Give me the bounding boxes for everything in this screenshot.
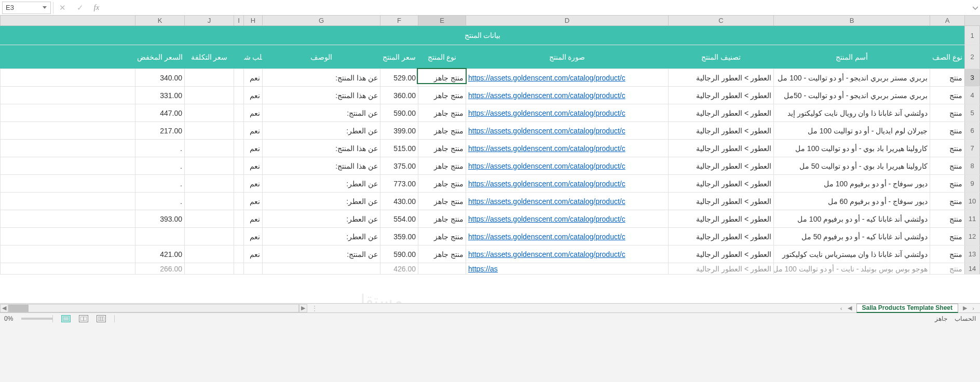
cell-C[interactable]: العطور > العطور الرجالية bbox=[668, 263, 773, 274]
cell-G[interactable]: عن المنتج: bbox=[262, 104, 380, 121]
cell-B[interactable]: دولتشي آند غابانا ذا وان ميسترياس نايت ك… bbox=[773, 245, 930, 263]
row-header[interactable]: 13 bbox=[964, 245, 980, 263]
cell-J[interactable] bbox=[184, 193, 234, 210]
cell-F[interactable]: 399.00 bbox=[380, 122, 418, 139]
cell-K[interactable]: . bbox=[135, 140, 184, 157]
cell-K[interactable]: . bbox=[135, 193, 184, 210]
cell-I[interactable] bbox=[234, 157, 243, 174]
hdr-B[interactable]: أسم المنتج bbox=[773, 45, 930, 69]
hscroll-right-icon[interactable]: ▶ bbox=[299, 304, 307, 312]
cell-J[interactable] bbox=[184, 245, 234, 263]
cell-F[interactable]: 426.00 bbox=[380, 263, 418, 274]
cell-E[interactable]: منتج جاهز bbox=[418, 210, 466, 227]
link[interactable]: https://assets.goldenscent.com/catalog/p… bbox=[468, 127, 625, 135]
link[interactable]: https://assets.goldenscent.com/catalog/p… bbox=[468, 144, 625, 153]
cell-F[interactable]: 529.00 bbox=[380, 69, 418, 86]
view-normal-icon[interactable] bbox=[61, 315, 71, 322]
row-header-1[interactable]: 1 bbox=[964, 26, 980, 45]
link[interactable]: https://assets.goldenscent.com/catalog/p… bbox=[468, 162, 625, 170]
name-box[interactable]: E3 bbox=[2, 2, 51, 14]
cell-K[interactable]: 331.00 bbox=[135, 87, 184, 104]
cell-A[interactable]: منتج bbox=[930, 245, 964, 263]
hdr-A[interactable]: نوع الصف bbox=[930, 45, 964, 69]
cell-J[interactable] bbox=[184, 69, 234, 86]
cell-F[interactable]: 554.00 bbox=[380, 210, 418, 227]
fx-icon[interactable]: fx bbox=[89, 1, 104, 15]
merged-title[interactable]: بيانات المنتج bbox=[0, 26, 964, 45]
sheet-grid[interactable]: 1 بيانات المنتج 2 نوع الصف أسم المنتج تص… bbox=[0, 26, 980, 303]
cell-C[interactable]: العطور > العطور الرجالية bbox=[668, 87, 773, 104]
hscroll-track[interactable] bbox=[8, 304, 299, 312]
cell-A[interactable]: منتج bbox=[930, 193, 964, 210]
cell-G[interactable]: عن هذا المنتج: bbox=[262, 69, 380, 86]
cell-E[interactable]: منتج جاهز bbox=[418, 193, 466, 210]
cell-E[interactable]: منتج جاهز bbox=[418, 104, 466, 121]
cell-D[interactable]: https://assets.goldenscent.com/catalog/p… bbox=[466, 175, 668, 192]
cell-J[interactable] bbox=[184, 210, 234, 227]
tab-last-icon[interactable]: ▶ bbox=[961, 305, 969, 312]
cell-C[interactable]: العطور > العطور الرجالية bbox=[668, 69, 773, 86]
cell-G[interactable]: عن المنتج: bbox=[262, 245, 380, 263]
cell-K[interactable]: 217.00 bbox=[135, 122, 184, 139]
link[interactable]: https://assets.goldenscent.com/catalog/p… bbox=[468, 91, 625, 100]
cell-B[interactable]: ديور سوفاج - أو دو برفيوم 100 مل bbox=[773, 175, 930, 192]
cell-I[interactable] bbox=[234, 245, 243, 263]
cell-A[interactable]: منتج bbox=[930, 104, 964, 121]
cell-H[interactable]: نعم bbox=[243, 245, 262, 263]
cell-I[interactable] bbox=[234, 122, 243, 139]
cell-J[interactable] bbox=[184, 228, 234, 245]
cell-F[interactable]: 360.00 bbox=[380, 87, 418, 104]
cell-H[interactable]: نعم bbox=[243, 228, 262, 245]
cell-K[interactable]: 447.00 bbox=[135, 104, 184, 121]
col-header-H[interactable]: H bbox=[243, 16, 262, 25]
cell-H[interactable]: نعم bbox=[243, 104, 262, 121]
cell-I[interactable] bbox=[234, 228, 243, 245]
col-header-I[interactable]: I bbox=[234, 16, 243, 25]
cell-G[interactable]: عن العطر: bbox=[262, 122, 380, 139]
link[interactable]: https://assets.goldenscent.com/catalog/p… bbox=[468, 74, 625, 82]
link[interactable]: https://assets.goldenscent.com/catalog/p… bbox=[468, 197, 625, 206]
cell-H[interactable]: نعم bbox=[243, 157, 262, 174]
cell-F[interactable]: 359.00 bbox=[380, 228, 418, 245]
cell-E[interactable]: منتج جاهز bbox=[418, 175, 466, 192]
link[interactable]: https://assets.goldenscent.com/catalog/p… bbox=[468, 250, 625, 258]
col-header-B[interactable]: B bbox=[773, 16, 930, 25]
view-page-layout-icon[interactable] bbox=[79, 315, 88, 322]
cell-E[interactable]: منتج جاهز bbox=[418, 140, 466, 157]
cell-A[interactable]: منتج bbox=[930, 122, 964, 139]
sheet-tab[interactable]: Salla Products Template Sheet bbox=[856, 304, 959, 313]
cell-C[interactable]: العطور > العطور الرجالية bbox=[668, 193, 773, 210]
cell-C[interactable]: العطور > العطور الرجالية bbox=[668, 210, 773, 227]
row-header[interactable]: 9 bbox=[964, 175, 980, 192]
col-header-K[interactable]: K bbox=[135, 16, 184, 25]
cell-C[interactable]: العطور > العطور الرجالية bbox=[668, 140, 773, 157]
row-header[interactable]: 10 bbox=[964, 193, 980, 210]
cell-C[interactable]: العطور > العطور الرجالية bbox=[668, 157, 773, 174]
cell-D[interactable]: https://assets.goldenscent.com/catalog/p… bbox=[466, 104, 668, 121]
row-header[interactable]: 7 bbox=[964, 140, 980, 157]
cell-J[interactable] bbox=[184, 122, 234, 139]
cell-G[interactable]: عن هذا المنتج: bbox=[262, 157, 380, 174]
col-header-E[interactable]: E bbox=[418, 16, 466, 25]
cell-J[interactable] bbox=[184, 87, 234, 104]
cell-C[interactable]: العطور > العطور الرجالية bbox=[668, 228, 773, 245]
tab-next-icon[interactable]: › bbox=[970, 305, 977, 312]
col-header-A[interactable]: A bbox=[930, 16, 964, 25]
cell-C[interactable]: العطور > العطور الرجالية bbox=[668, 245, 773, 263]
cell-K[interactable]: 340.00 bbox=[135, 69, 184, 86]
link[interactable]: https://assets.goldenscent.com/catalog/p… bbox=[468, 180, 625, 188]
col-header-rest[interactable] bbox=[0, 16, 135, 25]
hdr-J[interactable]: سعر التكلفة bbox=[184, 45, 234, 69]
cell-J[interactable] bbox=[184, 263, 234, 274]
cell-C[interactable]: العطور > العطور الرجالية bbox=[668, 122, 773, 139]
hdr-K[interactable]: السعر المخفض bbox=[135, 45, 184, 69]
cell-A[interactable]: منتج bbox=[930, 140, 964, 157]
cell-C[interactable]: العطور > العطور الرجالية bbox=[668, 175, 773, 192]
cell-A[interactable]: منتج bbox=[930, 87, 964, 104]
cell-A[interactable]: منتج bbox=[930, 210, 964, 227]
row-header[interactable]: 12 bbox=[964, 228, 980, 245]
cell-G[interactable]: عن العطر: bbox=[262, 210, 380, 227]
cell-H[interactable]: نعم bbox=[243, 175, 262, 192]
cell-K[interactable]: . bbox=[135, 157, 184, 174]
cell-H[interactable]: نعم bbox=[243, 69, 262, 86]
